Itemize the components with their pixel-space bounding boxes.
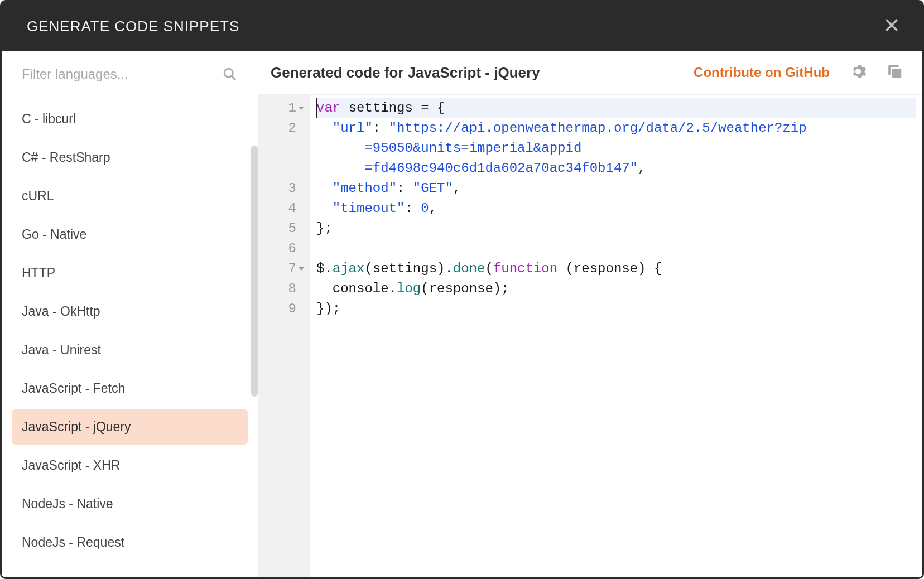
language-item[interactable]: NodeJs - Native bbox=[12, 486, 248, 522]
close-icon bbox=[883, 17, 900, 36]
modal-title: GENERATE CODE SNIPPETS bbox=[27, 18, 239, 35]
code-line[interactable] bbox=[316, 239, 916, 259]
gear-icon bbox=[850, 63, 867, 82]
language-item[interactable]: JavaScript - Fetch bbox=[12, 371, 248, 406]
code-line[interactable]: "url": "https://api.openweathermap.org/d… bbox=[316, 118, 916, 138]
language-item[interactable]: C# - RestSharp bbox=[12, 140, 248, 175]
filter-container bbox=[2, 51, 258, 96]
code-line[interactable]: "method": "GET", bbox=[316, 178, 916, 199]
code-line[interactable]: $.ajax(settings).done(function (response… bbox=[316, 259, 916, 279]
filter-row bbox=[22, 64, 238, 89]
code-line[interactable]: }; bbox=[316, 219, 916, 239]
svg-line-3 bbox=[232, 76, 235, 80]
language-item[interactable]: NodeJs - Request bbox=[12, 525, 248, 560]
line-number: 3 bbox=[272, 178, 304, 199]
language-item[interactable]: Java - OkHttp bbox=[12, 294, 248, 329]
modal-header: GENERATE CODE SNIPPETS bbox=[2, 2, 922, 51]
language-item[interactable]: HTTP bbox=[12, 255, 248, 291]
main-panel: Generated code for JavaScript - jQuery C… bbox=[258, 51, 922, 577]
line-number bbox=[272, 138, 304, 158]
svg-rect-4 bbox=[892, 69, 901, 78]
language-sidebar: C - libcurlC# - RestSharpcURLGo - Native… bbox=[2, 51, 258, 577]
sidebar-scrollbar[interactable] bbox=[251, 146, 258, 397]
line-number bbox=[272, 158, 304, 178]
code-line[interactable]: console.log(response); bbox=[316, 279, 916, 299]
code-line[interactable]: "timeout": 0, bbox=[316, 199, 916, 219]
code-content[interactable]: var settings = { "url": "https://api.ope… bbox=[310, 95, 922, 577]
search-icon bbox=[222, 66, 238, 82]
line-number: 6 bbox=[272, 239, 304, 259]
settings-button[interactable] bbox=[850, 63, 867, 82]
line-number: 8 bbox=[272, 279, 304, 299]
language-item[interactable]: C - libcurl bbox=[12, 102, 248, 137]
line-number: 9 bbox=[272, 299, 304, 319]
filter-languages-input[interactable] bbox=[22, 66, 222, 82]
code-snippet-modal: GENERATE CODE SNIPPETS bbox=[0, 0, 924, 579]
code-line[interactable]: =95050&units=imperial&appid bbox=[316, 138, 916, 158]
code-line[interactable]: =fd4698c940c6d1da602a70ac34f0b147", bbox=[316, 158, 916, 178]
language-item[interactable]: Go - Native bbox=[12, 217, 248, 252]
line-number: 4 bbox=[272, 199, 304, 219]
modal-body: C - libcurlC# - RestSharpcURLGo - Native… bbox=[2, 51, 922, 577]
copy-icon bbox=[887, 63, 903, 82]
generated-code-title: Generated code for JavaScript - jQuery bbox=[271, 64, 684, 81]
close-button[interactable] bbox=[883, 17, 900, 36]
copy-button[interactable] bbox=[887, 63, 903, 82]
contribute-github-link[interactable]: Contribute on GitHub bbox=[694, 65, 830, 80]
language-item[interactable]: JavaScript - XHR bbox=[12, 448, 248, 483]
main-header: Generated code for JavaScript - jQuery C… bbox=[258, 51, 922, 95]
code-line[interactable]: var settings = { bbox=[316, 98, 916, 118]
language-item[interactable]: Java - Unirest bbox=[12, 332, 248, 368]
language-list[interactable]: C - libcurlC# - RestSharpcURLGo - Native… bbox=[2, 96, 258, 577]
language-item[interactable]: JavaScript - jQuery bbox=[12, 409, 248, 445]
line-number: 5 bbox=[272, 219, 304, 239]
line-number: 7 bbox=[272, 259, 304, 279]
code-editor[interactable]: 123456789 var settings = { "url": "https… bbox=[258, 95, 922, 577]
line-number: 2 bbox=[272, 118, 304, 138]
language-item[interactable]: cURL bbox=[12, 178, 248, 214]
line-number-gutter: 123456789 bbox=[258, 95, 310, 577]
code-line[interactable]: }); bbox=[316, 299, 916, 319]
line-number: 1 bbox=[272, 98, 304, 118]
